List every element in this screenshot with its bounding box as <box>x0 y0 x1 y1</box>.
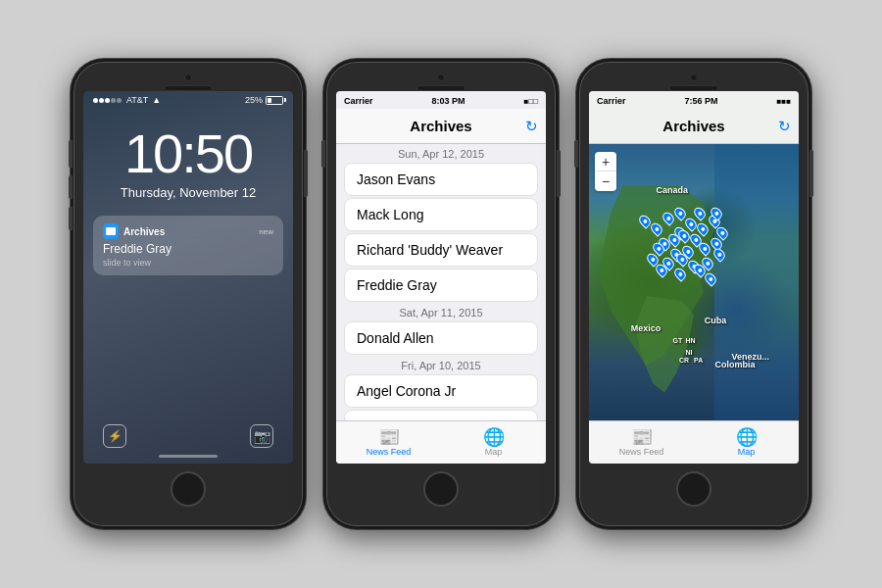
signal-dot-1 <box>93 98 98 103</box>
phone-top-bar-2 <box>326 62 556 91</box>
camera-icon: 📷 <box>254 428 270 444</box>
map-icon-3: 🌐 <box>737 429 757 445</box>
status-time-2: 8:03 PM <box>432 96 466 106</box>
volume-up-button <box>69 175 73 199</box>
tab-map[interactable]: 🌐 Map <box>441 421 546 464</box>
ios-status-bar-3: Carrier 7:56 PM ■■■ <box>589 91 799 109</box>
wifi-icon: ▲ <box>152 95 161 105</box>
news-feed-icon-3: 📰 <box>632 429 652 445</box>
carrier-2: Carrier <box>344 96 373 106</box>
section-header-2: Sat, Apr 11, 2015 <box>336 303 546 320</box>
battery-fill <box>268 98 271 103</box>
flashlight-icon: ⚡ <box>108 429 122 443</box>
map-zoom-controls: + − <box>595 152 616 191</box>
lock-screen-content: AT&T ▲ 25% 10:50 Thursday, November 12 <box>83 91 293 464</box>
lock-time: 10:50 <box>124 126 252 181</box>
list-screen-display: Carrier 8:03 PM ■□□ Archives ↻ Sun, Apr … <box>336 91 546 464</box>
list-item[interactable]: Richard 'Buddy' Weaver <box>344 233 538 267</box>
flashlight-button[interactable]: ⚡ <box>103 424 126 448</box>
tab-bar-3: 📰 News Feed 🌐 Map <box>589 420 799 464</box>
carrier-name: AT&T <box>126 95 148 105</box>
notif-new-badge: new <box>259 227 273 236</box>
nav-bar-3: Archives ↻ <box>589 109 799 144</box>
app-icon-inner <box>106 227 116 235</box>
status-left: AT&T ▲ <box>93 95 161 105</box>
list-item[interactable]: Freddie Gray <box>344 269 538 302</box>
tab-news-feed-label-3: News Feed <box>619 447 664 457</box>
lock-bottom-controls: ⚡ 📷 <box>83 424 293 448</box>
camera-button[interactable]: 📷 <box>250 424 273 448</box>
list-item[interactable]: Jason Evans <box>344 163 538 196</box>
signal-dot-3 <box>105 98 110 103</box>
map-label-canada: Canada <box>656 185 688 195</box>
front-camera-3 <box>690 74 698 81</box>
app-icon <box>103 223 119 239</box>
map-screen-content: Carrier 7:56 PM ■■■ Archives ↻ + − <box>589 91 799 464</box>
battery-icon <box>266 96 283 105</box>
list-item[interactable]: Richard Reed <box>344 410 538 420</box>
lock-notification[interactable]: Archives new Freddie Gray slide to view <box>93 216 283 275</box>
map-pin[interactable] <box>671 267 687 282</box>
phone-list-screen: Carrier 8:03 PM ■□□ Archives ↻ Sun, Apr … <box>323 59 559 529</box>
signal-dot-4 <box>111 98 116 103</box>
map-container[interactable]: + − Canada Mexico Cuba Colombia Venezu..… <box>589 144 799 420</box>
signal-dot-2 <box>99 98 104 103</box>
map-pin[interactable] <box>649 220 664 236</box>
refresh-button-3[interactable]: ↻ <box>778 118 791 135</box>
battery-percentage: 25% <box>245 95 263 105</box>
zoom-in-button[interactable]: + <box>595 152 616 172</box>
section-header-3: Fri, Apr 10, 2015 <box>336 356 546 373</box>
home-button-2[interactable] <box>423 471 459 507</box>
map-label-venezuela: Venezu... <box>732 352 770 362</box>
tab-news-feed-3[interactable]: 📰 News Feed <box>589 421 694 464</box>
battery-3: ■■■ <box>776 97 791 106</box>
lock-time-area: 10:50 Thursday, November 12 <box>83 126 293 200</box>
nav-bar-2: Archives ↻ <box>336 109 546 144</box>
signal-strength <box>93 98 122 103</box>
tab-map-3[interactable]: 🌐 Map <box>694 421 799 464</box>
lock-screen-display: AT&T ▲ 25% 10:50 Thursday, November 12 <box>83 91 293 464</box>
list-item[interactable]: Donald Allen <box>344 321 538 355</box>
section-header-1: Sun, Apr 12, 2015 <box>336 144 546 162</box>
battery-2: ■□□ <box>523 97 538 106</box>
ios-status-bar-2: Carrier 8:03 PM ■□□ <box>336 91 546 109</box>
swipe-indicator <box>159 455 218 458</box>
notif-person-name: Freddie Gray <box>103 242 273 256</box>
phone-lock-screen: AT&T ▲ 25% 10:50 Thursday, November 12 <box>71 59 306 529</box>
phone-top-bar <box>74 62 303 91</box>
phone-top-bar-3 <box>579 62 808 91</box>
home-button-3[interactable] <box>676 471 711 507</box>
tab-map-label-3: Map <box>738 447 756 457</box>
map-label-cr: CR <box>679 357 689 364</box>
signal-dot-5 <box>117 98 122 103</box>
notif-slide-label: slide to view <box>103 258 273 268</box>
home-button[interactable] <box>171 471 206 507</box>
map-pins-cluster <box>631 199 747 351</box>
nav-title-2: Archives <box>410 118 471 134</box>
status-time-3: 7:56 PM <box>685 96 718 106</box>
lock-status-bar: AT&T ▲ 25% <box>83 91 293 107</box>
tab-map-label: Map <box>485 447 503 457</box>
refresh-button-2[interactable]: ↻ <box>525 118 538 135</box>
nav-title-3: Archives <box>662 118 724 134</box>
notif-app-name: Archives <box>123 226 254 237</box>
lock-date: Thursday, November 12 <box>121 185 257 200</box>
list-screen-content: Carrier 8:03 PM ■□□ Archives ↻ Sun, Apr … <box>336 91 546 464</box>
map-icon: 🌐 <box>484 429 504 445</box>
list-item[interactable]: Mack Long <box>344 198 538 231</box>
map-screen-display: Carrier 7:56 PM ■■■ Archives ↻ + − <box>589 91 799 464</box>
map-pin[interactable] <box>710 246 726 262</box>
status-right: 25% <box>245 95 283 105</box>
notif-header: Archives new <box>103 223 273 239</box>
list-content: Sun, Apr 12, 2015 Jason Evans Mack Long … <box>336 144 546 420</box>
front-camera-2 <box>437 74 445 81</box>
tab-news-feed[interactable]: 📰 News Feed <box>336 421 441 464</box>
carrier-3: Carrier <box>597 96 626 106</box>
tab-bar-2: 📰 News Feed 🌐 Map <box>336 420 546 464</box>
phone-map-screen: Carrier 7:56 PM ■■■ Archives ↻ + − <box>576 59 811 529</box>
front-camera <box>184 74 192 81</box>
zoom-out-button[interactable]: − <box>595 172 616 191</box>
list-item[interactable]: Angel Corona Jr <box>344 374 538 408</box>
news-feed-icon: 📰 <box>379 429 399 445</box>
tab-news-feed-label: News Feed <box>367 447 412 457</box>
